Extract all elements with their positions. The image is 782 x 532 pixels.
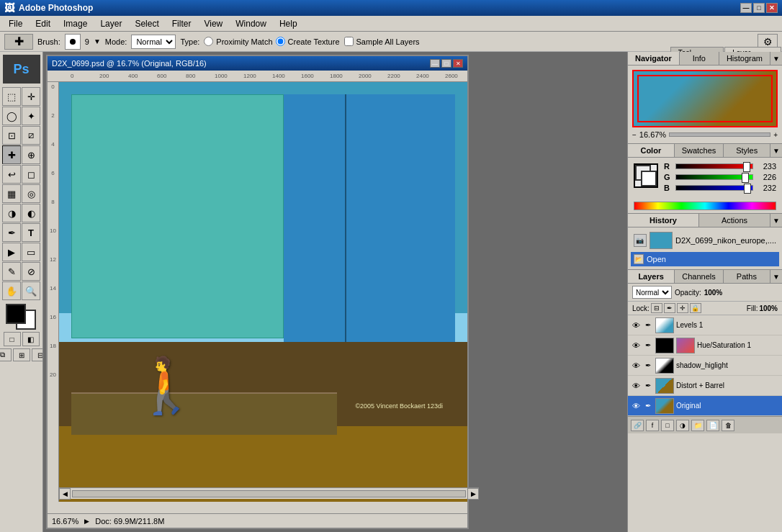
tab-paths[interactable]: Paths (724, 270, 770, 283)
color-collapse-btn[interactable]: ▼ (770, 145, 782, 156)
lock-all-btn[interactable]: 🔒 (690, 303, 701, 313)
layer-levels1[interactable]: 👁 ✒ Levels 1 (628, 315, 782, 335)
tab-histogram[interactable]: Histogram (719, 52, 770, 65)
tool-path-select[interactable]: ▶ (2, 243, 21, 261)
color-spectrum[interactable] (634, 202, 776, 210)
brush-preview[interactable] (65, 34, 81, 50)
nav-collapse-btn[interactable]: ▼ (770, 53, 782, 64)
menu-item-file[interactable]: File (3, 17, 28, 30)
tool-clone-stamp[interactable]: ⊕ (22, 145, 40, 164)
layer-eye-original[interactable]: 👁 (631, 401, 641, 411)
lock-transparent-btn[interactable]: ⊟ (651, 303, 662, 313)
layers-collapse-btn[interactable]: ▼ (770, 271, 782, 282)
layer-eye-levels1[interactable]: 👁 (631, 320, 641, 330)
tool-notes[interactable]: ✎ (2, 262, 21, 281)
minimize-button[interactable]: — (740, 3, 752, 13)
g-slider[interactable] (675, 174, 753, 180)
tab-history[interactable]: History (628, 214, 699, 227)
g-thumb[interactable] (742, 173, 749, 183)
doc-title-controls[interactable]: — □ ✕ (430, 59, 463, 68)
normal-mode-btn[interactable]: □ (4, 332, 21, 346)
history-open-item[interactable]: 📂 Open (631, 252, 779, 266)
r-thumb[interactable] (743, 162, 750, 172)
menu-item-window[interactable]: Window (230, 17, 272, 30)
color-swatch[interactable] (634, 163, 658, 188)
foreground-color[interactable] (6, 304, 26, 324)
navigator-preview[interactable] (632, 70, 778, 127)
layer-eye-hue1[interactable]: 👁 (631, 341, 641, 351)
create-texture-radio[interactable] (276, 37, 285, 46)
add-link-btn[interactable]: 🔗 (631, 420, 644, 431)
add-mask-btn[interactable]: □ (661, 420, 674, 431)
doc-close[interactable]: ✕ (453, 59, 463, 68)
doc-minimize[interactable]: — (430, 59, 440, 68)
quick-mask-btn[interactable]: ◧ (22, 332, 40, 346)
screen-mode-btn[interactable]: ⧉ (0, 348, 12, 361)
tool-healing-brush[interactable]: ✚ (2, 145, 21, 164)
close-button[interactable]: ✕ (766, 3, 778, 13)
new-layer-btn[interactable]: 📄 (706, 420, 719, 431)
tool-eyedropper[interactable]: ⊘ (22, 262, 40, 281)
menu-item-image[interactable]: Image (58, 17, 93, 30)
tool-history-brush[interactable]: ↩ (2, 165, 21, 184)
layer-original[interactable]: 👁 ✒ Original (628, 396, 782, 416)
tool-hand[interactable]: ✋ (2, 281, 21, 300)
mode-select[interactable]: Normal (131, 35, 176, 49)
tool-eraser[interactable]: ◻ (22, 165, 40, 184)
tool-slice[interactable]: ⧄ (22, 126, 40, 145)
tab-swatches[interactable]: Swatches (675, 144, 724, 157)
layer-shadow[interactable]: 👁 ✒ shadow_higlight (628, 356, 782, 376)
tab-channels[interactable]: Channels (675, 270, 723, 283)
blend-mode-select[interactable]: Normal (632, 286, 672, 299)
tool-move[interactable]: ✛ (22, 87, 40, 106)
tab-actions[interactable]: Actions (699, 214, 770, 227)
tool-type[interactable]: T (22, 223, 40, 242)
tool-blur[interactable]: ◎ (22, 184, 40, 203)
scroll-left-btn[interactable]: ◀ (59, 488, 71, 500)
delete-layer-btn[interactable]: 🗑 (722, 420, 734, 431)
tool-dodge[interactable]: ◑ (2, 204, 21, 222)
maximize-button[interactable]: □ (753, 3, 765, 13)
menu-item-select[interactable]: Select (129, 17, 164, 30)
doc-maximize[interactable]: □ (441, 59, 451, 68)
tool-pen[interactable]: ✒ (2, 223, 21, 242)
tool-zoom[interactable]: 🔍 (22, 281, 40, 300)
sample-all-checkbox[interactable] (344, 37, 354, 46)
layer-hue1[interactable]: 👁 ✒ Hue/Saturation 1 (628, 335, 782, 356)
new-group-btn[interactable]: 📁 (691, 420, 704, 431)
tool-lasso[interactable]: ◯ (2, 107, 21, 125)
title-bar-controls[interactable]: — □ ✕ (740, 3, 778, 13)
tab-styles[interactable]: Styles (724, 144, 770, 157)
brush-dropdown-icon[interactable]: ▼ (94, 37, 101, 45)
tool-sponge[interactable]: ◐ (22, 204, 40, 222)
menu-item-edit[interactable]: Edit (30, 17, 56, 30)
zoom-slider[interactable] (669, 132, 770, 137)
history-collapse-btn[interactable]: ▼ (770, 215, 782, 226)
fullscreen2-btn[interactable]: ⊟ (32, 348, 44, 361)
new-adjustment-btn[interactable]: ◑ (676, 420, 689, 431)
color-background[interactable] (641, 171, 657, 186)
canvas-container[interactable]: 🚶 ©2005 Vincent Bockaert 123di (59, 82, 467, 502)
tab-layers[interactable]: Layers (628, 270, 675, 283)
tool-marquee[interactable]: ⬚ (2, 87, 21, 106)
add-style-btn[interactable]: f (646, 420, 659, 431)
tab-info[interactable]: Info (680, 52, 719, 65)
r-slider[interactable] (675, 163, 753, 169)
lock-move-btn[interactable]: ✛ (677, 303, 688, 313)
menu-item-view[interactable]: View (198, 17, 228, 30)
lock-paint-btn[interactable]: ✒ (664, 303, 675, 313)
proximity-radio[interactable] (204, 37, 213, 46)
menu-item-help[interactable]: Help (274, 17, 303, 30)
tab-navigator[interactable]: Navigator (628, 52, 680, 65)
tool-shape[interactable]: ▭ (22, 243, 40, 261)
layer-distort[interactable]: 👁 ✒ Distort + Barrel (628, 376, 782, 396)
tab-color[interactable]: Color (628, 144, 675, 157)
b-slider[interactable] (675, 185, 753, 191)
scroll-right-btn[interactable]: ▶ (467, 488, 479, 500)
menu-item-layer[interactable]: Layer (94, 17, 127, 30)
fullscreen-btn[interactable]: ⊞ (13, 348, 30, 361)
tool-magic-wand[interactable]: ✦ (22, 107, 40, 125)
menu-item-filter[interactable]: Filter (166, 17, 197, 30)
layer-eye-shadow[interactable]: 👁 (631, 361, 641, 371)
zoom-in-icon[interactable]: + (773, 131, 778, 139)
